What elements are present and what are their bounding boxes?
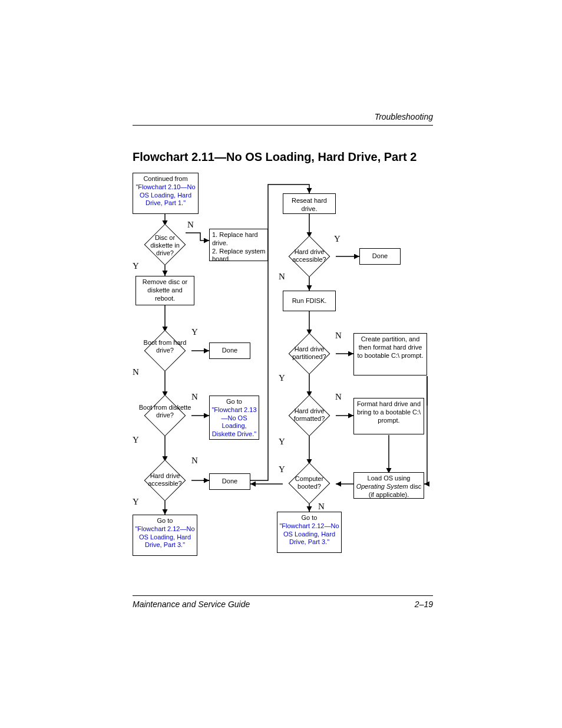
- page-number: 2–19: [415, 599, 433, 609]
- ref-flowchart-213: Go to "Flowchart 2.13—No OS Loading, Dis…: [209, 396, 259, 440]
- page-footer: Maintenance and Service Guide 2–19: [133, 595, 433, 609]
- terminal-done-2: Done: [209, 473, 250, 490]
- label-n: N: [318, 502, 325, 512]
- label-n: N: [335, 331, 342, 341]
- decision-disc-in-drive: Disc or diskette in drive?: [144, 226, 186, 264]
- start-continued: Continued from "Flowchart 2.10—No OS Loa…: [133, 173, 199, 214]
- link-flowchart-212[interactable]: "Flowchart 2.12—No OS Loading, Hard Driv…: [279, 522, 339, 546]
- label-n: N: [133, 367, 139, 377]
- label-y: Y: [279, 437, 285, 447]
- ref-flowchart-212-left: Go to "Flowchart 2.12—No OS Loading, Har…: [133, 515, 197, 556]
- process-format-hd: Format hard drive and bring to a bootabl…: [353, 398, 424, 434]
- process-reseat: Reseat hard drive.: [283, 193, 336, 214]
- flowchart: Continued from "Flowchart 2.10—No OS Loa…: [133, 173, 433, 574]
- label-y: Y: [334, 234, 340, 244]
- decision-partitioned: Hard drive partitioned?: [283, 335, 336, 373]
- terminal-done-3: Done: [359, 248, 401, 265]
- decision-boot-hd: Boot from hard drive?: [138, 332, 191, 370]
- page-title: Flowchart 2.11—No OS Loading, Hard Drive…: [133, 149, 433, 164]
- link-flowchart-213[interactable]: "Flowchart 2.13—No OS Loading, Diskette …: [211, 406, 256, 437]
- label-y: Y: [133, 435, 139, 445]
- label-y: Y: [191, 327, 198, 337]
- decision-booted: Computer booted?: [283, 465, 336, 503]
- process-create-partition: Create partition, and then format hard d…: [353, 333, 427, 375]
- label-n: N: [279, 272, 285, 282]
- label-n: N: [187, 220, 194, 230]
- footer-title: Maintenance and Service Guide: [133, 599, 250, 609]
- process-remove-disc: Remove disc or diskette and reboot.: [135, 276, 194, 305]
- label-n: N: [191, 456, 198, 466]
- decision-hd-accessible-1: Hard drive accessible?: [138, 462, 191, 500]
- label-n: N: [335, 392, 342, 402]
- label-y: Y: [133, 497, 139, 507]
- link-flowchart-210[interactable]: "Flowchart 2.10—No OS Loading, Hard Driv…: [135, 183, 195, 207]
- label-y: Y: [279, 373, 285, 383]
- label-y: Y: [279, 465, 285, 475]
- ref-flowchart-212-right: Go to "Flowchart 2.12—No OS Loading, Har…: [277, 512, 342, 553]
- label-n: N: [191, 392, 198, 402]
- label-y: Y: [133, 261, 139, 271]
- terminal-done-1: Done: [209, 342, 250, 359]
- process-replace: 1. Replace hard drive. 2. Replace system…: [209, 229, 268, 261]
- decision-hd-accessible-2: Hard drive accessible?: [283, 238, 336, 276]
- decision-boot-diskette: Boot from diskette drive?: [138, 397, 191, 435]
- section-header: Troubleshooting: [133, 112, 433, 126]
- decision-formatted: Hard drive formatted?: [283, 397, 336, 435]
- process-load-os: Load OS using Operating System disc (if …: [353, 472, 424, 499]
- process-fdisk: Run FDISK.: [283, 291, 336, 311]
- link-flowchart-212[interactable]: "Flowchart 2.12—No OS Loading, Hard Driv…: [135, 525, 194, 549]
